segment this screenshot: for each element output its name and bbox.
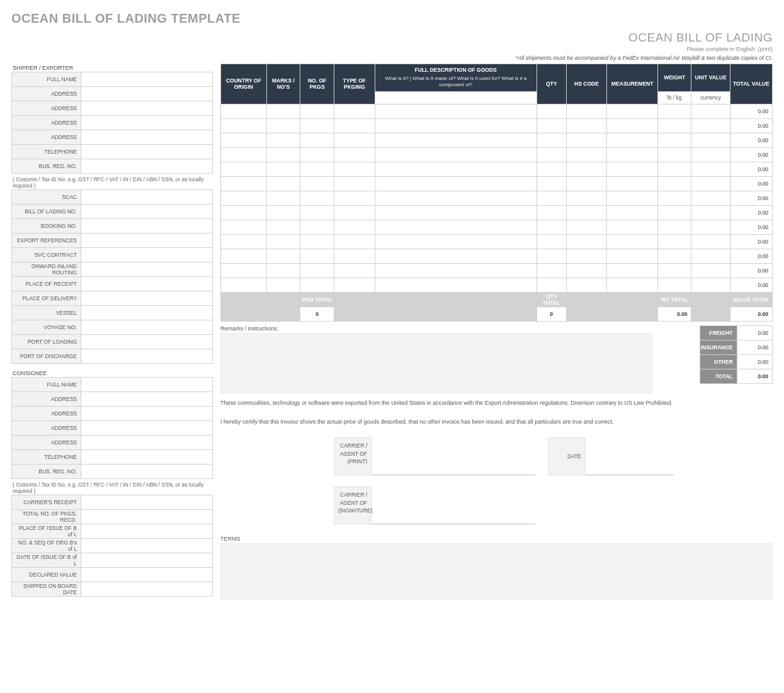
goods-cell[interactable] (691, 278, 730, 292)
kv-value[interactable] (81, 159, 213, 174)
goods-cell[interactable] (221, 162, 267, 176)
goods-cell[interactable] (266, 249, 300, 263)
goods-cell[interactable] (691, 176, 730, 191)
goods-cell[interactable] (691, 118, 730, 133)
goods-cell[interactable] (266, 118, 300, 133)
goods-cell[interactable] (300, 147, 334, 162)
goods-cell[interactable] (334, 278, 375, 292)
kv-value[interactable] (81, 320, 213, 335)
kv-value[interactable] (81, 421, 213, 436)
goods-cell[interactable] (334, 191, 375, 205)
goods-cell[interactable] (607, 147, 657, 162)
kv-value[interactable] (81, 465, 213, 479)
kv-value[interactable] (81, 101, 213, 116)
goods-cell[interactable] (375, 249, 537, 263)
kv-value[interactable] (81, 190, 213, 205)
goods-cell[interactable] (221, 205, 267, 220)
goods-cell[interactable] (691, 191, 730, 205)
goods-cell[interactable] (691, 263, 730, 278)
goods-cell[interactable] (334, 263, 375, 278)
kv-value[interactable] (81, 262, 213, 277)
goods-cell[interactable] (537, 176, 566, 191)
goods-cell[interactable] (537, 263, 566, 278)
goods-cell[interactable] (334, 147, 375, 162)
goods-cell[interactable] (221, 220, 267, 234)
goods-cell[interactable] (375, 205, 537, 220)
goods-cell[interactable] (537, 249, 566, 263)
goods-cell[interactable] (607, 118, 657, 133)
kv-value[interactable] (81, 291, 213, 306)
goods-cell[interactable] (691, 133, 730, 147)
goods-cell[interactable] (375, 147, 537, 162)
goods-cell[interactable] (691, 220, 730, 234)
kv-value[interactable] (81, 524, 213, 539)
goods-cell[interactable] (300, 191, 334, 205)
goods-cell[interactable] (334, 176, 375, 191)
goods-cell[interactable] (566, 147, 607, 162)
goods-cell[interactable] (566, 263, 607, 278)
goods-cell[interactable] (607, 263, 657, 278)
goods-cell[interactable] (334, 104, 375, 118)
goods-cell[interactable] (566, 205, 607, 220)
goods-cell[interactable] (566, 176, 607, 191)
goods-cell[interactable] (607, 249, 657, 263)
carrier-sign-field[interactable] (372, 487, 535, 524)
kv-value[interactable] (81, 553, 213, 568)
goods-cell[interactable] (657, 234, 691, 249)
goods-cell[interactable] (607, 162, 657, 176)
kv-value[interactable] (81, 277, 213, 291)
goods-cell[interactable] (266, 147, 300, 162)
terms-box[interactable] (220, 543, 773, 600)
goods-cell[interactable] (334, 118, 375, 133)
goods-cell[interactable] (607, 104, 657, 118)
goods-cell[interactable] (657, 104, 691, 118)
goods-cell[interactable] (657, 118, 691, 133)
goods-cell[interactable] (300, 234, 334, 249)
goods-cell[interactable] (334, 205, 375, 220)
goods-cell[interactable] (566, 133, 607, 147)
kv-value[interactable] (81, 436, 213, 450)
remarks-box[interactable] (220, 333, 652, 393)
goods-cell[interactable] (657, 278, 691, 292)
goods-cell[interactable] (266, 263, 300, 278)
goods-cell[interactable] (375, 191, 537, 205)
goods-cell[interactable] (537, 220, 566, 234)
goods-cell[interactable] (537, 147, 566, 162)
goods-cell[interactable] (221, 191, 267, 205)
date-field[interactable] (586, 437, 674, 475)
goods-cell[interactable] (221, 234, 267, 249)
goods-cell[interactable] (657, 133, 691, 147)
goods-cell[interactable] (607, 278, 657, 292)
goods-cell[interactable] (537, 191, 566, 205)
goods-cell[interactable] (334, 220, 375, 234)
goods-cell[interactable] (266, 278, 300, 292)
carrier-print-field[interactable] (372, 437, 535, 475)
goods-cell[interactable] (657, 249, 691, 263)
goods-cell[interactable] (221, 263, 267, 278)
goods-cell[interactable] (266, 234, 300, 249)
goods-cell[interactable] (607, 133, 657, 147)
goods-cell[interactable] (537, 104, 566, 118)
goods-cell[interactable] (300, 263, 334, 278)
goods-cell[interactable] (657, 263, 691, 278)
goods-cell[interactable] (266, 220, 300, 234)
kv-value[interactable] (81, 568, 213, 582)
goods-cell[interactable] (300, 133, 334, 147)
goods-cell[interactable] (375, 176, 537, 191)
goods-cell[interactable] (375, 133, 537, 147)
kv-value[interactable] (81, 407, 213, 421)
goods-cell[interactable] (266, 162, 300, 176)
goods-cell[interactable] (537, 118, 566, 133)
goods-cell[interactable] (657, 176, 691, 191)
goods-cell[interactable] (221, 104, 267, 118)
goods-cell[interactable] (566, 249, 607, 263)
goods-cell[interactable] (657, 147, 691, 162)
goods-cell[interactable] (334, 249, 375, 263)
goods-cell[interactable] (300, 249, 334, 263)
goods-cell[interactable] (266, 176, 300, 191)
goods-cell[interactable] (375, 162, 537, 176)
goods-cell[interactable] (300, 176, 334, 191)
goods-cell[interactable] (607, 191, 657, 205)
kv-value[interactable] (81, 248, 213, 262)
goods-cell[interactable] (266, 191, 300, 205)
